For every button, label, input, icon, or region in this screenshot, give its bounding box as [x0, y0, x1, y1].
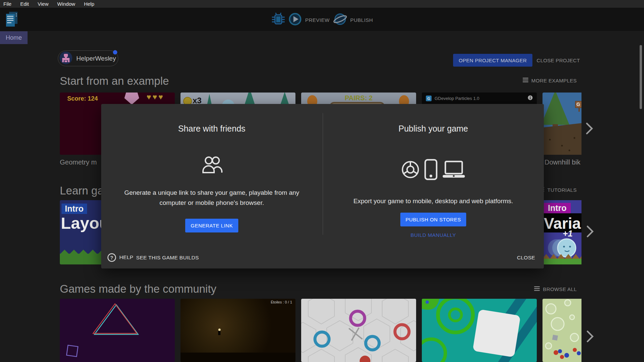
star-counter-label: Étoiles : 0 / 1	[271, 300, 292, 304]
user-chip[interactable]: HelperWesley	[58, 50, 118, 66]
preview-play-icon	[288, 12, 302, 27]
examples-next-chevron-icon[interactable]	[586, 122, 595, 135]
pentagon-shape	[124, 93, 139, 105]
hearts-label: ♥♥♥	[147, 93, 164, 102]
tutorials-button[interactable]: TUTORIALS	[538, 187, 577, 193]
preview-label: PREVIEW	[305, 17, 330, 23]
gdevelop-logo-icon: G	[426, 96, 432, 101]
neon-triangle-graphic	[60, 299, 175, 362]
pairs-status-label: PAIRS: 2	[301, 94, 416, 102]
menu-item-view[interactable]: View	[33, 1, 53, 7]
help-button[interactable]: ? HELP	[107, 252, 133, 263]
community-card-rings[interactable]	[422, 299, 537, 362]
particles-card-header: G GDevelop Particles 1.0	[422, 93, 537, 104]
close-dialog-button[interactable]: CLOSE	[517, 252, 535, 263]
publish-description: Export your game to mobile, desktop and …	[329, 196, 537, 206]
list-icon	[523, 78, 528, 83]
examples-section-title: Start from an example	[60, 75, 169, 87]
build-manually-link[interactable]: BUILD MANUALLY	[323, 232, 544, 238]
menu-item-help[interactable]: Help	[80, 1, 99, 7]
publish-button[interactable]: PUBLISH	[333, 12, 373, 27]
chrome-browser-icon	[401, 160, 419, 180]
learn-section-title: Learn ga	[60, 184, 104, 197]
laptop-icon	[442, 160, 465, 180]
downhill-graphic	[542, 93, 581, 155]
toolbar: PREVIEW PUBLISH	[0, 8, 644, 31]
community-card-bubbles[interactable]	[542, 299, 581, 362]
community-next-chevron-icon[interactable]	[587, 330, 595, 343]
info-icon[interactable]	[528, 95, 533, 102]
share-title: Share with friends	[101, 124, 322, 134]
project-manager-icon[interactable]	[6, 12, 17, 29]
example-card-caption: Downhill bik	[545, 158, 580, 166]
menu-bar: File Edit View Window Help	[0, 0, 644, 8]
community-card-row: Étoiles : 0 / 1	[60, 299, 581, 362]
publish-on-stores-button[interactable]: PUBLISH ON STORES	[400, 213, 466, 226]
example-card-caption: Geometry m	[60, 158, 97, 166]
people-icon	[202, 156, 223, 175]
bubbles-graphic	[542, 299, 581, 362]
ghost-graphic	[542, 234, 581, 264]
app-root: File Edit View Window Help	[0, 0, 644, 362]
tab-home-label: Home	[6, 34, 22, 41]
rings-graphic	[422, 299, 537, 362]
close-project-button[interactable]: CLOSE PROJECT	[535, 54, 581, 67]
publish-title: Publish your game	[323, 124, 544, 134]
share-description: Generate a unique link to share your gam…	[116, 188, 308, 208]
community-card-hexagons[interactable]	[301, 299, 416, 362]
publish-label: PUBLISH	[350, 17, 373, 23]
see-builds-button[interactable]: SEE THIS GAME BUILDS	[136, 252, 199, 263]
community-card-neon[interactable]	[60, 299, 175, 362]
vertical-scrollbar[interactable]	[640, 45, 642, 109]
tab-home[interactable]: Home	[0, 31, 28, 44]
learn-card-variables[interactable]: Intro Variab +1	[542, 200, 581, 264]
more-examples-button[interactable]: MORE EXAMPLES	[523, 78, 577, 83]
browse-all-button[interactable]: BROWSE ALL	[534, 286, 577, 292]
share-publish-dialog: Share with friends Generate a unique lin…	[101, 104, 544, 268]
community-section-title: Games made by the community	[60, 283, 216, 295]
hexagon-graphic	[301, 299, 416, 362]
example-card-downhill[interactable]: G	[542, 93, 581, 155]
publish-globe-icon	[333, 12, 347, 27]
community-card-night[interactable]: Étoiles : 0 / 1	[180, 299, 295, 362]
username: HelperWesley	[76, 55, 116, 62]
platform-icons	[323, 159, 544, 182]
help-icon: ?	[107, 253, 116, 262]
night-figure-graphic	[180, 299, 295, 362]
menu-item-file[interactable]: File	[0, 1, 16, 7]
help-label: HELP	[119, 254, 133, 260]
list-icon	[534, 286, 540, 292]
learn-next-chevron-icon[interactable]	[587, 225, 595, 238]
sign-letter-label: G	[576, 102, 580, 107]
game-score-label: Score: 124	[67, 95, 98, 102]
notification-dot	[113, 50, 117, 55]
menu-item-edit[interactable]: Edit	[16, 1, 33, 7]
menu-item-window[interactable]: Window	[53, 1, 79, 7]
particles-title-label: GDevelop Particles 1.0	[435, 96, 525, 101]
open-project-manager-button[interactable]: OPEN PROJECT MANAGER	[453, 54, 532, 67]
preview-button[interactable]: PREVIEW	[288, 12, 330, 27]
intro-badge: Intro	[544, 203, 571, 213]
debug-icon[interactable]	[271, 12, 286, 28]
intro-badge: Intro	[62, 204, 87, 214]
avatar	[59, 51, 72, 66]
generate-link-button[interactable]: GENERATE LINK	[185, 219, 238, 232]
svg-text:?: ?	[110, 255, 113, 260]
smartphone-icon	[424, 159, 438, 182]
